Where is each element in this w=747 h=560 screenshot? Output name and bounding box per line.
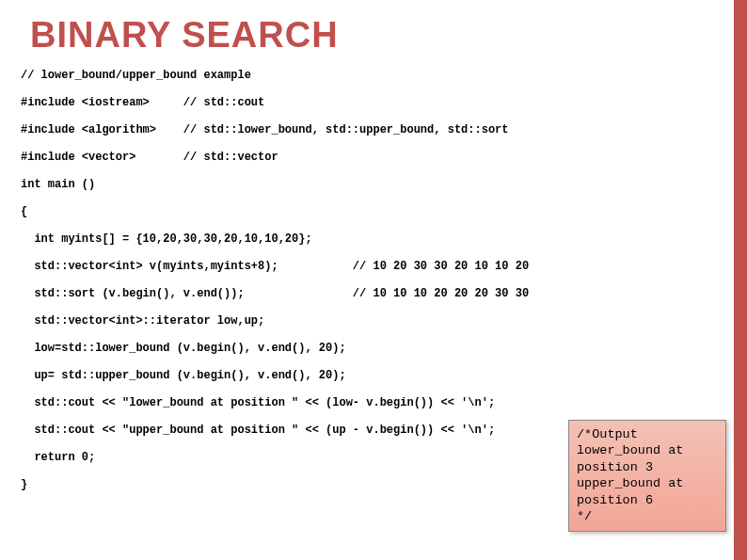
code-line: #include <vector> // std::vector [21, 151, 721, 165]
accent-stripe [734, 0, 747, 560]
code-line: std::sort (v.begin(), v.end()); // 10 10… [21, 287, 721, 301]
code-line: int myints[] = {10,20,30,30,20,10,10,20}… [21, 232, 721, 247]
output-line: */ [577, 508, 718, 525]
code-line: std::vector<int>::iterator low,up; [21, 314, 721, 328]
code-line: std::vector<int> v(myints,myints+8); // … [21, 260, 721, 274]
code-line: { [21, 205, 721, 219]
output-line: /*Output [577, 426, 718, 443]
output-line: upper_bound at [577, 475, 718, 492]
output-box: /*Output lower_bound at position 3 upper… [568, 420, 726, 532]
code-line: std::cout << "lower_bound at position " … [21, 396, 721, 410]
output-line: lower_bound at [577, 442, 718, 459]
code-line: low=std::lower_bound (v.begin(), v.end()… [21, 342, 721, 356]
code-line: #include <iostream> // std::cout [21, 96, 721, 110]
code-line: #include <algorithm> // std::lower_bound… [21, 123, 721, 137]
output-line: position 6 [577, 492, 718, 509]
code-line: up= std::upper_bound (v.begin(), v.end()… [21, 369, 721, 383]
slide-title: BINARY SEARCH [30, 15, 721, 56]
code-line: // lower_bound/upper_bound example [21, 69, 721, 83]
code-line: int main () [21, 178, 721, 192]
output-line: position 3 [577, 459, 718, 476]
